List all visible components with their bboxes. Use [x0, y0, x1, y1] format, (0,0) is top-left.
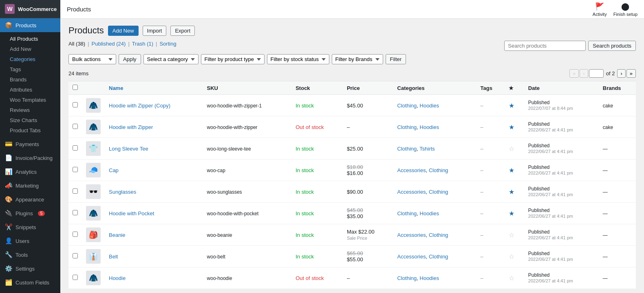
- row-image-cell: 🧢: [82, 160, 105, 181]
- select-all-checkbox[interactable]: [73, 85, 78, 90]
- row-checkbox[interactable]: [73, 232, 78, 237]
- sidebar-item-snippets[interactable]: ✂️ Snippets: [0, 220, 60, 234]
- featured-star[interactable]: ★: [509, 210, 514, 217]
- product-type-filter[interactable]: Filter by product type: [201, 54, 265, 64]
- featured-star[interactable]: ★: [509, 188, 514, 195]
- pagination-last[interactable]: »: [626, 69, 636, 78]
- row-checkbox[interactable]: [73, 188, 78, 194]
- sidebar-item-plugins[interactable]: 🔌 Plugins 5: [0, 206, 60, 220]
- sidebar-item-users[interactable]: 👤 Users: [0, 234, 60, 248]
- sidebar-item-marketing[interactable]: 📣 Marketing: [0, 179, 60, 192]
- category-link[interactable]: Clothing: [397, 103, 417, 109]
- sidebar-item-custom-fields[interactable]: 🗂️ Custom Fields: [0, 276, 60, 289]
- category-link[interactable]: Clothing: [397, 210, 417, 216]
- filter-button[interactable]: Filter: [386, 54, 406, 64]
- sidebar-item-tools[interactable]: 🔧 Tools: [0, 248, 60, 262]
- featured-star[interactable]: ★: [509, 167, 514, 174]
- category-link[interactable]: Hoodies: [420, 103, 439, 109]
- row-brand-cell: —: [599, 224, 636, 246]
- product-name-link[interactable]: Beanie: [109, 232, 125, 238]
- sidebar-logo[interactable]: W WooCommerce: [0, 0, 60, 18]
- tab-trash[interactable]: Trash (1): [132, 41, 153, 47]
- sidebar-item-invoice[interactable]: 📄 Invoice/Packing: [0, 151, 60, 165]
- col-header-name[interactable]: Name: [105, 81, 203, 95]
- bulk-actions-select[interactable]: Bulk actions Edit Move to Trash Duplicat…: [68, 54, 116, 64]
- apply-button[interactable]: Apply: [119, 54, 141, 64]
- sidebar-sub-brands[interactable]: Brands: [0, 74, 60, 85]
- activity-button[interactable]: 🚩 Activity: [593, 2, 607, 17]
- price-value: $45.00: [347, 103, 363, 109]
- product-name-link[interactable]: Hoodie with Zipper: [109, 124, 153, 130]
- product-name-link[interactable]: Belt: [109, 254, 118, 260]
- sidebar-sub-woo-templates[interactable]: Woo Templates: [0, 95, 60, 105]
- category-link[interactable]: Accessories: [397, 167, 426, 173]
- sidebar-sub-size-charts[interactable]: Size Charts: [0, 115, 60, 125]
- category-link[interactable]: Accessories: [397, 232, 426, 238]
- category-link[interactable]: Accessories: [397, 254, 426, 260]
- category-link[interactable]: Tshirts: [419, 146, 435, 152]
- export-button[interactable]: Export: [170, 26, 195, 36]
- product-name-link[interactable]: Hoodie with Pocket: [109, 210, 154, 216]
- category-link[interactable]: Clothing: [429, 232, 448, 238]
- sidebar-item-settings[interactable]: ⚙️ Settings: [0, 262, 60, 276]
- sidebar-sub-attributes[interactable]: Attributes: [0, 85, 60, 95]
- pagination-current[interactable]: 1: [589, 69, 604, 78]
- product-name-link[interactable]: Cap: [109, 167, 119, 173]
- stock-status-filter[interactable]: Filter by stock status: [267, 54, 329, 64]
- sidebar-item-appearance[interactable]: 🎨 Appearance: [0, 192, 60, 206]
- tab-all[interactable]: All (38): [68, 41, 85, 47]
- sidebar-sub-tags[interactable]: Tags: [0, 64, 60, 74]
- category-link[interactable]: Clothing: [397, 146, 417, 152]
- finish-setup-button[interactable]: ⬤ Finish setup: [613, 2, 637, 17]
- row-checkbox[interactable]: [73, 124, 78, 129]
- stock-status: In stock: [296, 254, 314, 260]
- product-name-link[interactable]: Long Sleeve Tee: [109, 146, 148, 152]
- row-date-cell: Published2022/06/27 at 4:41 pm: [524, 246, 599, 267]
- sidebar-item-payments[interactable]: 💳 Payments: [0, 137, 60, 151]
- category-link[interactable]: Clothing: [397, 124, 417, 130]
- featured-star[interactable]: ☆: [509, 145, 514, 152]
- featured-star[interactable]: ☆: [509, 275, 514, 282]
- featured-star[interactable]: ★: [509, 102, 514, 109]
- tab-sorting[interactable]: Sorting: [159, 41, 176, 47]
- sidebar-sub-all-products[interactable]: All Products: [0, 34, 60, 44]
- sidebar-item-analytics[interactable]: 📊 Analytics: [0, 165, 60, 179]
- sidebar-sub-product-tabs[interactable]: Product Tabs: [0, 125, 60, 136]
- product-name-link[interactable]: Hoodie with Zipper (Copy): [109, 103, 170, 109]
- row-checkbox[interactable]: [73, 210, 78, 215]
- sidebar-sub-reviews[interactable]: Reviews: [0, 105, 60, 115]
- sidebar-sub-add-new[interactable]: Add New: [0, 44, 60, 54]
- category-link[interactable]: Clothing: [397, 275, 417, 281]
- product-name-link[interactable]: Hoodie: [109, 275, 126, 281]
- brands-filter[interactable]: Filter by Brands: [332, 54, 383, 64]
- import-button[interactable]: Import: [143, 26, 167, 36]
- sidebar-sub-categories[interactable]: Categories: [0, 54, 60, 64]
- row-tags-cell: –: [476, 116, 505, 138]
- product-name-link[interactable]: Sunglasses: [109, 189, 136, 195]
- category-link[interactable]: Hoodies: [420, 210, 439, 216]
- category-link[interactable]: Hoodies: [420, 275, 439, 281]
- featured-star[interactable]: ☆: [509, 253, 514, 260]
- search-button[interactable]: Search products: [588, 41, 636, 51]
- row-checkbox[interactable]: [73, 167, 78, 172]
- tab-published[interactable]: Published (24): [92, 41, 126, 47]
- pagination-first[interactable]: «: [569, 69, 579, 78]
- row-checkbox-cell: [68, 267, 82, 289]
- category-link[interactable]: Hoodies: [420, 124, 439, 130]
- category-link[interactable]: Accessories: [397, 189, 426, 195]
- row-checkbox[interactable]: [73, 253, 78, 258]
- featured-star[interactable]: ☆: [509, 232, 514, 238]
- sidebar-item-products[interactable]: 📦 Products: [0, 18, 60, 32]
- category-link[interactable]: Clothing: [429, 254, 448, 260]
- featured-star[interactable]: ★: [509, 124, 514, 131]
- pagination-prev[interactable]: ‹: [580, 69, 588, 78]
- add-new-button[interactable]: Add New: [108, 26, 139, 36]
- category-filter[interactable]: Select a category: [143, 54, 198, 64]
- category-link[interactable]: Clothing: [429, 189, 448, 195]
- pagination-next[interactable]: ›: [617, 69, 625, 78]
- row-checkbox[interactable]: [73, 275, 78, 280]
- category-link[interactable]: Clothing: [429, 167, 448, 173]
- row-checkbox[interactable]: [73, 145, 78, 151]
- search-input[interactable]: [504, 41, 586, 51]
- row-checkbox[interactable]: [73, 102, 78, 107]
